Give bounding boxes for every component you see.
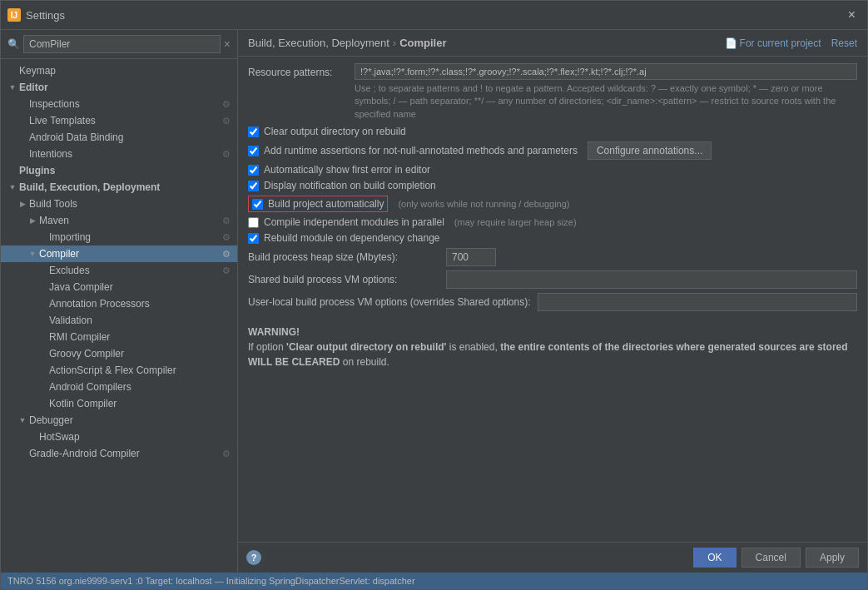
sidebar-item-build-execution-deployment[interactable]: ▼ Build, Execution, Deployment	[1, 179, 237, 196]
sidebar-item-label: Validation	[49, 315, 231, 326]
display-notification-text: Display notification on build completion	[264, 180, 436, 191]
ok-button[interactable]: OK	[693, 548, 736, 568]
user-local-vm-label: User-local build process VM options (ove…	[248, 296, 531, 308]
add-assertions-label[interactable]: Add runtime assertions for not-null-anno…	[248, 145, 578, 156]
configure-annotations-button[interactable]: Configure annotations...	[588, 141, 712, 160]
shared-vm-row: Shared build process VM options:	[248, 270, 857, 289]
sidebar-item-keymap[interactable]: Keymap	[1, 62, 237, 79]
user-local-vm-input[interactable]	[538, 293, 858, 311]
sidebar-item-maven[interactable]: ▶ Maven ⚙	[1, 212, 237, 229]
sidebar-item-java-compiler[interactable]: Java Compiler	[1, 279, 237, 295]
heap-size-label: Build process heap size (Mbytes):	[248, 251, 439, 263]
add-assertions-checkbox[interactable]	[248, 146, 259, 156]
help-button[interactable]: ?	[246, 550, 261, 565]
show-first-error-label[interactable]: Automatically show first error in editor	[248, 164, 430, 176]
display-notification-checkbox[interactable]	[248, 181, 259, 191]
sidebar-item-build-tools[interactable]: ▶ Build Tools	[1, 196, 237, 212]
gear-icon: ⚙	[222, 99, 231, 110]
cancel-button[interactable]: Cancel	[742, 548, 801, 568]
sidebar-item-kotlin-compiler[interactable]: Kotlin Compiler	[1, 395, 237, 412]
search-clear-icon[interactable]: ×	[224, 37, 231, 51]
rebuild-dependency-label[interactable]: Rebuild module on dependency change	[248, 232, 440, 244]
warning-text: If option 'Clear output directory on reb…	[248, 340, 857, 369]
gear-icon: ⚙	[222, 449, 231, 459]
add-assertions-text: Add runtime assertions for not-null-anno…	[264, 145, 578, 156]
arrow-icon	[37, 299, 47, 309]
sidebar-item-debugger[interactable]: ▼ Debugger	[1, 412, 237, 429]
add-assertions-row: Add runtime assertions for not-null-anno…	[248, 141, 857, 160]
user-local-vm-row: User-local build process VM options (ove…	[248, 293, 857, 311]
build-automatically-checkbox[interactable]	[252, 199, 263, 210]
sidebar-item-importing[interactable]: Importing ⚙	[1, 229, 237, 245]
file-icon: 📄	[725, 37, 737, 49]
arrow-icon	[37, 349, 47, 359]
shared-vm-input[interactable]	[446, 270, 857, 289]
display-notification-row: Display notification on build completion	[248, 180, 857, 191]
sidebar-item-android-data-binding[interactable]: Android Data Binding	[1, 129, 237, 146]
reset-link[interactable]: Reset	[831, 37, 857, 49]
clear-output-checkbox[interactable]	[248, 126, 259, 137]
search-input[interactable]	[23, 35, 221, 53]
arrow-icon: ▶	[17, 199, 27, 209]
sidebar-item-excludes[interactable]: Excludes ⚙	[1, 262, 237, 279]
gear-icon: ⚙	[222, 149, 231, 160]
sidebar-item-hotswap[interactable]: HotSwap	[1, 429, 237, 445]
close-button[interactable]: ×	[843, 6, 861, 24]
heap-size-input[interactable]	[446, 248, 496, 266]
build-automatically-note: (only works while not running / debuggin…	[398, 199, 569, 209]
sidebar-item-label: RMI Compiler	[49, 331, 231, 343]
resource-patterns-label: Resource patterns:	[248, 63, 348, 78]
gear-icon: ⚙	[222, 265, 231, 276]
heap-size-row: Build process heap size (Mbytes):	[248, 248, 857, 266]
arrow-icon	[37, 332, 47, 342]
show-first-error-checkbox[interactable]	[248, 165, 259, 176]
display-notification-label[interactable]: Display notification on build completion	[248, 180, 436, 191]
compile-independent-label[interactable]: Compile independent modules in parallel	[248, 216, 444, 228]
resource-hint: Use ; to separate patterns and ! to nega…	[355, 82, 857, 121]
breadcrumb-separator: ›	[393, 37, 396, 49]
resource-patterns-input[interactable]	[355, 63, 857, 80]
compile-independent-note: (may require larger heap size)	[454, 217, 577, 227]
sidebar-item-label: Keymap	[19, 65, 231, 77]
sidebar-item-label: Editor	[19, 82, 231, 93]
arrow-icon: ▶	[27, 216, 37, 226]
sidebar-item-validation[interactable]: Validation	[1, 312, 237, 329]
title-bar: IJ Settings ×	[1, 1, 867, 30]
compile-independent-row: Compile independent modules in parallel …	[248, 216, 857, 228]
breadcrumb-current: Compiler	[399, 37, 446, 49]
arrow-icon	[27, 432, 37, 442]
rebuild-dependency-checkbox[interactable]	[248, 233, 259, 244]
show-first-error-text: Automatically show first error in editor	[264, 164, 430, 176]
resource-input-container: Use ; to separate patterns and ! to nega…	[355, 63, 857, 121]
apply-button[interactable]: Apply	[806, 548, 859, 568]
clear-output-label[interactable]: Clear output directory on rebuild	[248, 126, 406, 137]
panel-body: Resource patterns: Use ; to separate pat…	[238, 57, 867, 542]
sidebar-item-label: Kotlin Compiler	[49, 398, 231, 409]
sidebar-item-label: Android Data Binding	[29, 131, 231, 143]
sidebar-item-actionscript-flex-compiler[interactable]: ActionScript & Flex Compiler	[1, 362, 237, 379]
sidebar-item-compiler[interactable]: ▼ Compiler ⚙	[1, 245, 237, 262]
show-first-error-row: Automatically show first error in editor	[248, 164, 857, 176]
compile-independent-checkbox[interactable]	[248, 217, 259, 228]
sidebar-item-rmi-compiler[interactable]: RMI Compiler	[1, 329, 237, 345]
sidebar-item-label: Inspections	[29, 98, 222, 110]
sidebar-item-inspections[interactable]: Inspections ⚙	[1, 96, 237, 112]
sidebar-item-label: Importing	[49, 231, 222, 243]
sidebar-item-groovy-compiler[interactable]: Groovy Compiler	[1, 345, 237, 362]
arrow-icon	[37, 282, 47, 292]
build-automatically-label[interactable]: Build project automatically	[268, 198, 384, 210]
arrow-icon	[17, 116, 27, 126]
sidebar-item-gradle-android-compiler[interactable]: Gradle-Android Compiler ⚙	[1, 445, 237, 462]
sidebar-item-label: Build Tools	[29, 198, 231, 210]
sidebar-item-live-templates[interactable]: Live Templates ⚙	[1, 112, 237, 129]
sidebar-item-editor[interactable]: ▼ Editor	[1, 79, 237, 96]
sidebar-item-plugins[interactable]: Plugins	[1, 162, 237, 179]
arrow-icon: ▼	[27, 249, 37, 259]
sidebar-item-intentions[interactable]: Intentions ⚙	[1, 146, 237, 162]
search-box: 🔍 ×	[1, 30, 237, 59]
sidebar-item-annotation-processors[interactable]: Annotation Processors	[1, 295, 237, 312]
for-current-project-link[interactable]: 📄 For current project	[725, 37, 821, 49]
sidebar-item-android-compilers[interactable]: Android Compilers	[1, 379, 237, 395]
sidebar-item-label: Build, Execution, Deployment	[19, 181, 231, 193]
arrow-icon: ▼	[17, 415, 27, 425]
